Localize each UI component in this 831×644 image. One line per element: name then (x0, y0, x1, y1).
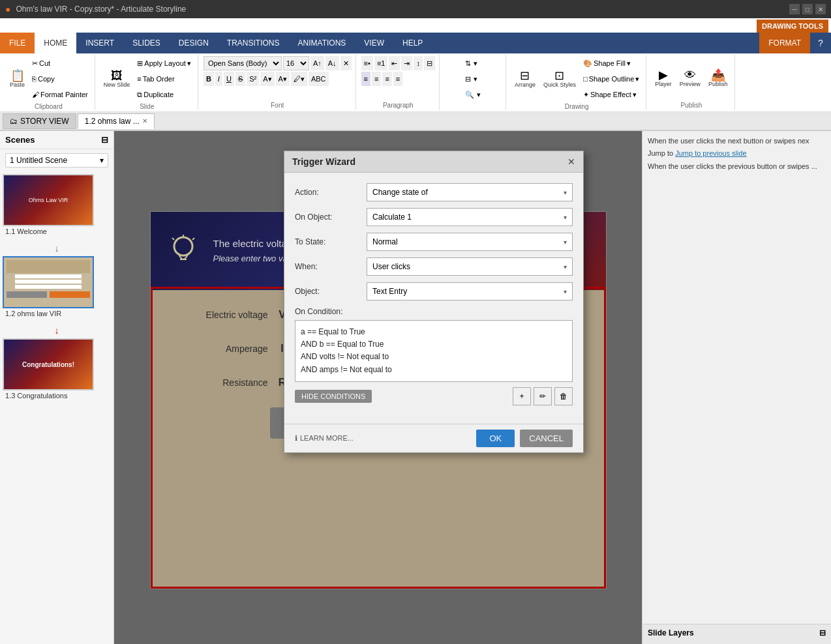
preview-button[interactable]: 👁 Preview (676, 61, 704, 95)
tab-transitions[interactable]: TRANSITIONS (218, 33, 289, 53)
align-text-button[interactable]: ⊟ ▾ (462, 72, 483, 86)
highlight-button[interactable]: 🖊▾ (291, 72, 307, 86)
copy-button[interactable]: ⎘ Copy (29, 72, 91, 86)
close-button[interactable]: ✕ (815, 4, 826, 14)
arrange-icon: ⊟ (520, 70, 530, 81)
to-state-arrow: ▾ (564, 239, 567, 246)
publish-button[interactable]: 📤 Publish (705, 61, 731, 95)
publish-buttons: ▶ Player 👁 Preview 📤 Publish (652, 56, 731, 100)
on-condition-section: On Condition: a == Equal to True AND b =… (295, 307, 573, 405)
find-replace-button[interactable]: 🔍 ▾ (462, 87, 483, 102)
drawing-tools-label: DRAWING TOOLS (757, 20, 828, 33)
bold-button[interactable]: B (204, 72, 214, 86)
delete-condition-button[interactable]: 🗑 (554, 387, 573, 405)
slide-tab-close[interactable]: ✕ (142, 117, 147, 124)
strikethrough-button[interactable]: S (235, 72, 245, 86)
slide-tab-label: 1.2 ohms law ... (85, 117, 140, 126)
format-painter-button[interactable]: 🖌 Format Painter (29, 87, 91, 102)
underline-button[interactable]: U (224, 72, 234, 86)
scene-selector: 1 Untitled Scene ▾ (5, 153, 108, 168)
apply-layout-button[interactable]: ⊞ Apply Layout ▾ (134, 56, 194, 70)
font-size-select[interactable]: 16 (283, 56, 309, 70)
subscript-button[interactable]: A▾ (260, 72, 274, 86)
col-btn[interactable]: ⊟ (424, 56, 435, 70)
condition-1: a == Equal to True (301, 326, 567, 338)
maximize-button[interactable]: □ (802, 4, 813, 14)
shape-fill-button[interactable]: 🎨 Shape Fill ▾ (581, 56, 642, 70)
ribbon-content: 📋 Paste ✂ Cut ⎘ Copy 🖌 Format Painter Cl… (0, 53, 831, 112)
trigger-panel: When the user clicks the next button or … (642, 131, 831, 624)
tab-animations[interactable]: ANIMATIONS (289, 33, 355, 53)
numbering-button[interactable]: ≡1 (374, 56, 388, 70)
tab-insert[interactable]: INSERT (76, 33, 123, 53)
on-object-select[interactable]: Calculate 1 ▾ (367, 208, 573, 226)
scene-item-1-3[interactable]: Congratulations! 1.3 Congratulations (3, 338, 111, 400)
quick-styles-button[interactable]: ⊡ Quick Styles (540, 62, 579, 96)
align-center-btn[interactable]: ≡ (372, 72, 381, 86)
scene-thumbnail-1-3: Congratulations! (3, 338, 94, 390)
tab-format[interactable]: FORMAT (759, 33, 810, 53)
new-slide-button[interactable]: 🖼 New Slide (100, 62, 134, 96)
scene-thumbnail-1-1: Ohms Law VIR (3, 174, 94, 226)
spell-check-button[interactable]: ABC (309, 72, 329, 86)
to-state-select[interactable]: Normal ▾ (367, 233, 573, 251)
tab-home[interactable]: HOME (35, 33, 76, 53)
font-family-select[interactable]: Open Sans (Body) (204, 56, 282, 70)
story-view-tab[interactable]: 🗂 STORY VIEW (3, 113, 76, 129)
line-spacing-btn[interactable]: ↕ (414, 56, 423, 70)
on-object-row: On Object: Calculate 1 ▾ (295, 208, 573, 226)
action-arrow: ▾ (564, 189, 567, 196)
tab-file[interactable]: FILE (0, 33, 35, 53)
action-row: Action: Change state of ▾ (295, 183, 573, 201)
sub-bar: 🗂 STORY VIEW 1.2 ohms law ... ✕ (0, 112, 831, 130)
justify-btn[interactable]: ≡ (393, 72, 402, 86)
increase-indent-btn[interactable]: ⇥ (401, 56, 412, 70)
shape-outline-button[interactable]: □ Shape Outline ▾ (581, 72, 642, 86)
hide-conditions-button[interactable]: HIDE CONDITIONS (295, 390, 372, 403)
decrease-indent-btn[interactable]: ⇤ (389, 56, 400, 70)
prev-slide-link[interactable]: Jump to previous slide (675, 149, 746, 157)
tab-order-button[interactable]: ≡ Tab Order (134, 72, 194, 86)
tab-design[interactable]: DESIGN (170, 33, 218, 53)
align-left-btn[interactable]: ≡ (361, 72, 370, 86)
scene-label-1-2: 1.2 ohms law VIR (3, 310, 111, 317)
minimize-button[interactable]: ─ (789, 4, 800, 14)
learn-more-link[interactable]: ℹ LEARN MORE... (295, 434, 354, 443)
title-bar-controls[interactable]: ─ □ ✕ (789, 4, 826, 14)
add-condition-button[interactable]: + (513, 387, 531, 405)
scenes-collapse-icon[interactable]: ⊟ (101, 135, 108, 145)
increase-font-btn[interactable]: A↑ (310, 56, 324, 70)
font-color-button[interactable]: A▾ (276, 72, 290, 86)
scene-item-1-1[interactable]: Ohms Law VIR 1.1 Welcome (3, 174, 111, 235)
player-button[interactable]: ▶ Player (652, 61, 675, 95)
paste-button[interactable]: 📋 Paste (7, 59, 28, 99)
edit-condition-button[interactable]: ✏ (534, 387, 552, 405)
cut-button[interactable]: ✂ Cut (29, 56, 91, 70)
when-select[interactable]: User clicks ▾ (367, 257, 573, 276)
bullets-button[interactable]: ≡• (361, 56, 373, 70)
action-select[interactable]: Change state of ▾ (367, 183, 573, 201)
cancel-button[interactable]: CANCEL (520, 430, 573, 447)
on-object-arrow: ▾ (564, 214, 567, 221)
clear-format-btn[interactable]: ✕ (340, 56, 352, 70)
ok-button[interactable]: OK (476, 430, 515, 447)
decrease-font-btn[interactable]: A↓ (325, 56, 339, 70)
tab-help[interactable]: HELP (393, 33, 432, 53)
object-select[interactable]: Text Entry ▾ (367, 282, 573, 300)
tab-view[interactable]: VIEW (355, 33, 393, 53)
tab-slides[interactable]: SLIDES (123, 33, 170, 53)
shape-effect-button[interactable]: ✦ Shape Effect ▾ (581, 87, 642, 102)
text-direction-button[interactable]: ⇅ ▾ (462, 56, 483, 70)
align-right-btn[interactable]: ≡ (382, 72, 391, 86)
modal-close-button[interactable]: ✕ (567, 156, 575, 167)
duplicate-button[interactable]: ⧉ Duplicate (134, 87, 194, 102)
superscript-button[interactable]: S² (247, 72, 259, 86)
scene-item-1-2[interactable]: 1.2 ohms law VIR (3, 256, 111, 317)
ribbon: DRAWING TOOLS FILE HOME INSERT SLIDES DE… (0, 18, 831, 131)
main-layout: Scenes ⊟ 1 Untitled Scene ▾ Ohms Law VIR… (0, 131, 831, 644)
italic-button[interactable]: I (215, 72, 222, 86)
scene-dropdown[interactable]: 1 Untitled Scene ▾ (5, 153, 108, 168)
canvas-content: The electric voltage triangle V = I × R … (114, 131, 642, 644)
arrange-button[interactable]: ⊟ Arrange (511, 62, 539, 96)
slide-tab[interactable]: 1.2 ohms law ... ✕ (78, 113, 155, 129)
